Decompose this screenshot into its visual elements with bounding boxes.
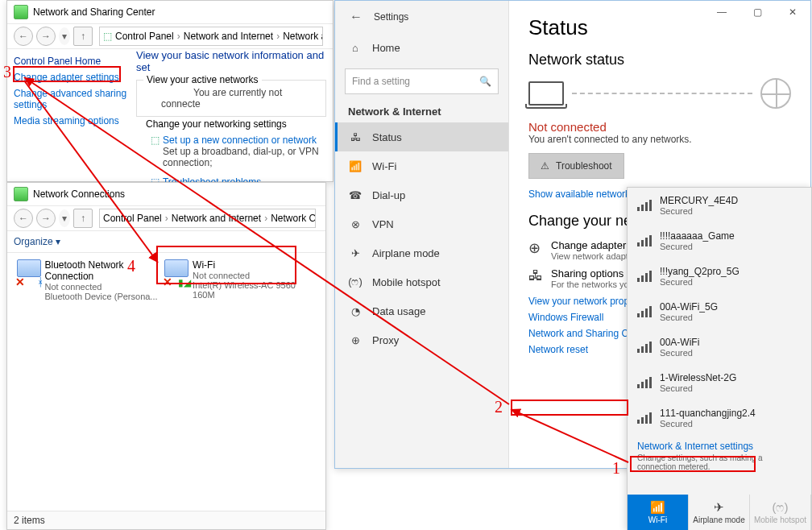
search-placeholder: Find a setting (352, 76, 479, 87)
wifi-network-item[interactable]: 1-WirelessNet-2GSecured (628, 365, 811, 400)
not-connected-desc: You aren't connected to any networks. (528, 134, 791, 145)
nav-up-button[interactable]: ↑ (73, 27, 93, 46)
quick-wifi-toggle[interactable]: 📶Wi-Fi (628, 495, 689, 530)
setup-connection-link[interactable]: Set up a new connection or network (163, 135, 317, 146)
network-name: MERCURY_4E4D (660, 195, 738, 206)
maximize-button[interactable]: ▢ (740, 1, 775, 23)
connection-status: Not connected (193, 271, 309, 280)
close-button[interactable]: ✕ (775, 1, 810, 23)
crumb[interactable]: Network and Internet (172, 213, 261, 224)
connection-device: Bluetooth Device (Persona... (45, 292, 162, 301)
titlebar[interactable]: Network Connections (7, 183, 325, 206)
troubleshoot-button[interactable]: ⚠Troubleshoot (528, 153, 624, 179)
bluetooth-adapter-icon: ✕ᚼ (17, 259, 42, 287)
nav-back-button[interactable]: ← (14, 209, 33, 228)
breadcrumb[interactable]: ⬚ Control Panel› Network and Internet› N… (99, 27, 323, 46)
control-panel-icon (14, 5, 28, 19)
nav-recent-button[interactable]: ▾ (59, 27, 70, 45)
quick-airplane-toggle[interactable]: ✈Airplane mode (689, 495, 750, 530)
crumb[interactable]: Control Panel (103, 213, 162, 224)
window-title: Network and Sharing Center (33, 1, 155, 23)
breadcrumb[interactable]: Control Panel› Network and Internet› Net… (99, 209, 316, 228)
wifi-network-item[interactable]: 111-quanchangjing2.4Secured (628, 400, 811, 436)
network-name: 1-WirelessNet-2G (660, 372, 736, 383)
search-icon: 🔍 (479, 76, 491, 87)
sidebar: Control Panel Home Change adapter settin… (14, 51, 133, 131)
network-internet-settings-link[interactable]: Network & Internet settings (637, 441, 753, 452)
network-security: Secured (660, 313, 718, 322)
connection-device: Intel(R) Wireless-AC 9560 160M (193, 280, 309, 300)
warning-icon: ⚠ (541, 160, 549, 172)
network-security: Secured (660, 348, 699, 358)
signal-icon (637, 306, 652, 317)
status-icon: 🖧 (348, 131, 362, 143)
wifi-network-item[interactable]: !!!!aaaaaa_GameSecured (628, 223, 811, 259)
page-heading: View your basic network information and … (136, 49, 326, 73)
window-network-sharing-center: Network and Sharing Center ← → ▾ ↑ ⬚ Con… (6, 0, 334, 182)
nav-status[interactable]: 🖧Status (335, 122, 508, 151)
change-adapter-settings-link[interactable]: Change adapter settings (14, 72, 119, 83)
wifi-network-item[interactable]: MERCURY_4E4DSecured (628, 188, 811, 223)
wifi-network-item[interactable]: !!!yang_Q2pro_5GSecured (628, 259, 811, 294)
app-title: Settings (374, 11, 408, 23)
status-bar: 2 items (7, 511, 325, 529)
minimize-button[interactable]: — (704, 1, 740, 23)
control-panel-home-link[interactable]: Control Panel Home (14, 56, 133, 67)
wifi-icon: 📶 (650, 500, 665, 515)
search-input[interactable]: Find a setting 🔍 (345, 68, 499, 94)
settings-sidebar: ← Settings ⌂Home Find a setting 🔍 Networ… (335, 1, 509, 468)
back-button[interactable]: ← (345, 6, 367, 28)
network-name: !!!yang_Q2pro_5G (660, 266, 740, 277)
section-network-status: Network status (528, 52, 791, 68)
nav-recent-button[interactable]: ▾ (59, 209, 70, 227)
wifi-network-item[interactable]: 00A-WiFiSecured (628, 329, 811, 365)
network-security: Secured (660, 242, 735, 251)
signal-icon (637, 235, 652, 246)
window-network-connections: Network Connections ← → ▾ ↑ Control Pane… (6, 182, 326, 530)
signal-icon (637, 342, 652, 353)
proxy-icon: ⊕ (348, 334, 362, 346)
crumb[interactable]: Network and Sharing Center (283, 31, 323, 42)
network-name: !!!!aaaaaa_Game (660, 230, 735, 242)
network-name: 111-quanchangjing2.4 (660, 408, 756, 419)
category-label: Network & Internet (335, 102, 508, 122)
window-title: Network Connections (33, 183, 125, 205)
network-security: Secured (660, 383, 736, 393)
nav-home[interactable]: ⌂Home (335, 33, 508, 62)
nav-data-usage[interactable]: ◔Data usage (335, 296, 508, 325)
nav-hotspot[interactable]: (ෆ)Mobile hotspot (335, 267, 508, 296)
crumb[interactable]: Control Panel (115, 31, 174, 42)
network-diagram (528, 78, 791, 109)
airplane-icon: ✈ (348, 247, 362, 259)
nav-forward-button[interactable]: → (36, 209, 56, 228)
sharing-icon: 🖧 (528, 267, 551, 289)
nav-airplane[interactable]: ✈Airplane mode (335, 238, 508, 267)
change-advanced-sharing-link[interactable]: Change advanced sharing settings (14, 88, 126, 110)
wifi-network-item[interactable]: 00A-WiFi_5GSecured (628, 294, 811, 329)
connection-wifi[interactable]: ✕▮◢ Wi-Fi Not connected Intel(R) Wireles… (164, 259, 309, 300)
setup-connection-desc: Set up a broadband, dial-up, or VPN conn… (163, 146, 320, 168)
connections-list: ✕ᚼ Bluetooth Network Connection Not conn… (7, 253, 325, 266)
not-connected-label: Not connected (528, 120, 791, 134)
address-bar: ← → ▾ ↑ Control Panel› Network and Inter… (7, 206, 325, 231)
adapter-icon: ⊕ (528, 239, 551, 261)
flyout-bottom-bar: 📶Wi-Fi ✈Airplane mode (ෆ)Mobile hotspot (628, 495, 811, 530)
titlebar[interactable]: Network and Sharing Center (7, 1, 333, 24)
connection-bluetooth[interactable]: ✕ᚼ Bluetooth Network Connection Not conn… (17, 259, 162, 301)
nav-vpn[interactable]: ⊗VPN (335, 209, 508, 238)
crumb[interactable]: Network and Internet (184, 31, 273, 42)
nav-forward-button[interactable]: → (36, 27, 56, 46)
laptop-icon (528, 81, 564, 106)
vpn-icon: ⊗ (348, 218, 362, 230)
organize-menu[interactable]: Organize ▾ (14, 236, 60, 247)
nav-back-button[interactable]: ← (14, 27, 33, 46)
dialup-icon: ☎ (348, 189, 362, 201)
quick-hotspot-toggle[interactable]: (ෆ)Mobile hotspot (750, 495, 811, 530)
nav-up-button[interactable]: ↑ (73, 209, 93, 228)
nav-proxy[interactable]: ⊕Proxy (335, 325, 508, 354)
crumb[interactable]: Network Connections (271, 213, 316, 224)
address-bar: ← → ▾ ↑ ⬚ Control Panel› Network and Int… (7, 24, 333, 49)
nav-dialup[interactable]: ☎Dial-up (335, 180, 508, 209)
nav-wifi[interactable]: 📶Wi-Fi (335, 151, 508, 180)
media-streaming-link[interactable]: Media streaming options (14, 115, 119, 126)
